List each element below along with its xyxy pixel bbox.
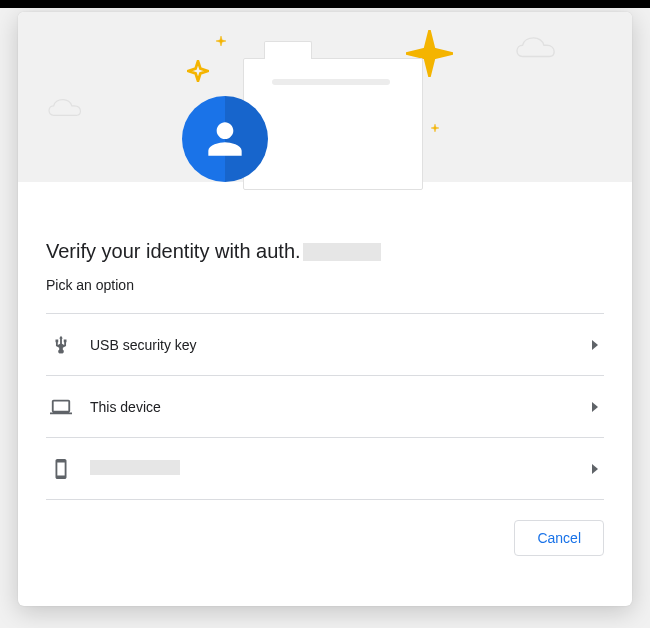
dialog-content: Verify your identity with auth. Pick an … (18, 182, 632, 606)
phone-icon (50, 458, 72, 480)
cloud-decoration (514, 36, 572, 62)
title-text: Verify your identity with auth. (46, 240, 301, 263)
window-top-bar (0, 0, 650, 8)
folder-illustration (243, 58, 423, 190)
title-redacted-domain (303, 243, 381, 261)
option-phone-device[interactable] (46, 438, 604, 500)
sparkle-icon (216, 36, 226, 46)
sparkle-icon (431, 124, 439, 132)
chevron-right-icon (592, 340, 598, 350)
option-label (90, 460, 592, 478)
option-this-device[interactable]: This device (46, 376, 604, 438)
option-usb-security-key[interactable]: USB security key (46, 314, 604, 376)
verify-identity-dialog: Verify your identity with auth. Pick an … (18, 12, 632, 606)
laptop-icon (50, 396, 72, 418)
usb-icon (50, 334, 72, 356)
chevron-right-icon (592, 402, 598, 412)
cloud-decoration (46, 98, 96, 120)
option-label: USB security key (90, 337, 592, 353)
avatar (182, 96, 268, 182)
hero-illustration (18, 12, 632, 182)
option-redacted-label (90, 460, 180, 475)
verification-options: USB security key This device (46, 313, 604, 500)
dialog-footer: Cancel (46, 500, 604, 556)
subtitle-text: Pick an option (46, 277, 604, 293)
sparkle-icon (187, 60, 209, 82)
person-icon (205, 119, 245, 159)
chevron-right-icon (592, 464, 598, 474)
page-title: Verify your identity with auth. (46, 240, 604, 263)
option-label: This device (90, 399, 592, 415)
cancel-button[interactable]: Cancel (514, 520, 604, 556)
